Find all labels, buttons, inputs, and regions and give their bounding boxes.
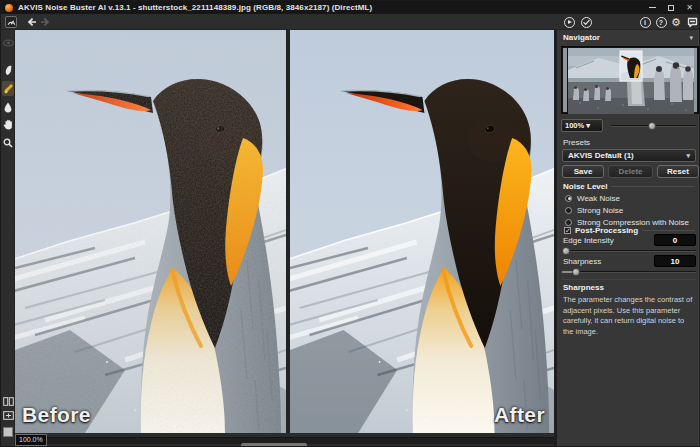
app-window: AKVIS Noise Buster AI v.13.1 - shutterst… bbox=[0, 0, 700, 447]
post-process-brush-icon[interactable] bbox=[2, 81, 14, 96]
minimize-icon[interactable] bbox=[649, 7, 656, 9]
settings-gear-icon[interactable]: ⚙ bbox=[670, 16, 682, 28]
zoom-tool-icon[interactable] bbox=[2, 136, 14, 149]
navigator-header[interactable]: Navigator ▾ bbox=[563, 33, 693, 42]
preset-dropdown-value: AKVIS Default (1) bbox=[568, 151, 634, 160]
collapse-caret-icon[interactable]: ▾ bbox=[689, 34, 693, 42]
zoom-status: 100.0% bbox=[15, 434, 47, 446]
maximize-icon[interactable] bbox=[668, 5, 674, 11]
hint-title: Sharpness bbox=[563, 283, 604, 292]
save-button[interactable]: Save bbox=[562, 165, 604, 178]
app-icon bbox=[5, 4, 13, 12]
after-label: After bbox=[494, 403, 545, 427]
zoom-slider[interactable] bbox=[611, 119, 696, 132]
scrollbar-thumb[interactable] bbox=[241, 443, 307, 447]
radio-icon[interactable] bbox=[565, 207, 572, 214]
quick-preview-button[interactable] bbox=[5, 16, 17, 28]
before-label: Before bbox=[22, 403, 91, 427]
help-button[interactable]: ? bbox=[655, 16, 667, 28]
hand-tool-icon[interactable] bbox=[2, 118, 14, 131]
zoom-slider-knob[interactable] bbox=[648, 122, 656, 130]
radio-icon[interactable] bbox=[565, 195, 572, 202]
reset-button[interactable]: Reset bbox=[657, 165, 699, 178]
info-button[interactable]: i bbox=[639, 16, 651, 28]
hint-divider bbox=[562, 279, 696, 280]
smudge-tool-icon[interactable] bbox=[2, 64, 14, 77]
checkbox-icon[interactable]: ✓ bbox=[564, 227, 571, 234]
navigator-scene bbox=[568, 48, 694, 114]
close-icon[interactable]: ✕ bbox=[686, 4, 693, 12]
before-pane[interactable]: Before bbox=[15, 30, 286, 433]
zoom-select[interactable]: 100% ▾ bbox=[561, 119, 603, 132]
zoom-select-value: 100% ▾ bbox=[565, 121, 590, 130]
sharpness-slider[interactable] bbox=[562, 265, 696, 278]
horizontal-scrollbar[interactable] bbox=[15, 437, 554, 444]
after-pane[interactable]: After bbox=[290, 30, 554, 433]
tool-column bbox=[1, 30, 15, 447]
preset-dropdown[interactable]: AKVIS Default (1) ▾ bbox=[562, 149, 696, 162]
split-view-icon[interactable] bbox=[2, 395, 14, 408]
feedback-icon[interactable] bbox=[686, 16, 698, 28]
before-image bbox=[15, 30, 286, 433]
sharpness-knob[interactable] bbox=[572, 268, 580, 276]
main-toolbar: i ? ⚙ bbox=[1, 14, 700, 30]
edge-intensity-knob[interactable] bbox=[562, 247, 570, 255]
nav-left-strip bbox=[563, 48, 567, 112]
preset-caret-icon: ▾ bbox=[686, 152, 690, 160]
window-title: AKVIS Noise Buster AI v.13.1 - shutterst… bbox=[18, 3, 372, 12]
preview-eye-icon[interactable] bbox=[2, 36, 14, 49]
navigator-title: Navigator bbox=[563, 33, 600, 42]
image-canvas: Before After 100.0% bbox=[15, 30, 554, 447]
redo-icon[interactable] bbox=[39, 16, 51, 28]
undo-icon[interactable] bbox=[26, 16, 38, 28]
background-swatch[interactable] bbox=[2, 425, 14, 438]
apply-button[interactable] bbox=[580, 16, 592, 28]
navigator-thumbnail[interactable] bbox=[561, 46, 699, 114]
blur-droplet-icon[interactable] bbox=[2, 101, 14, 114]
radio-strong-noise[interactable]: Strong Noise bbox=[565, 205, 623, 215]
delete-button[interactable]: Delete bbox=[608, 165, 653, 178]
title-bar: AKVIS Noise Buster AI v.13.1 - shutterst… bbox=[1, 1, 700, 14]
radio-icon[interactable] bbox=[565, 219, 572, 226]
hint-text: The parameter changes the contrast of ad… bbox=[563, 295, 693, 337]
settings-panel: Navigator ▾ bbox=[554, 30, 700, 447]
noise-level-header: Noise Level bbox=[563, 182, 695, 191]
view-layout-icon[interactable] bbox=[2, 409, 14, 422]
radio-weak-noise[interactable]: Weak Noise bbox=[565, 193, 620, 203]
after-image bbox=[290, 30, 554, 433]
run-button[interactable] bbox=[563, 16, 575, 28]
canvas-bottom-bar: 100.0% bbox=[15, 433, 554, 447]
presets-label: Presets bbox=[563, 138, 590, 147]
